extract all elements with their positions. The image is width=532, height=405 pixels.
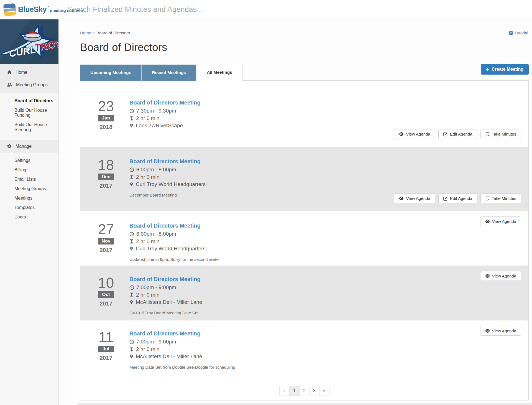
- breadcrumb-home-link[interactable]: Home: [80, 30, 91, 35]
- clock-icon: [129, 232, 134, 236]
- sidebar-item-meeting-groups-manage[interactable]: Meeting Groups: [0, 184, 58, 193]
- meeting-month-badge: Jul: [98, 346, 114, 352]
- meeting-row: 11 Jul 2017 Board of Directors Meeting 7…: [80, 320, 528, 376]
- hourglass-icon: [129, 347, 134, 351]
- logo-stripe-yellow: [4, 11, 16, 16]
- hourglass-icon: [129, 239, 134, 244]
- meeting-actions: View Agenda: [480, 271, 521, 281]
- pagination-page-3[interactable]: 3: [309, 386, 319, 396]
- tabs: Upcoming Meetings Recent Meetings All Me…: [59, 65, 532, 81]
- meeting-row: 27 Nov 2017 Board of Directors Meeting 6…: [80, 211, 528, 266]
- meeting-details: Board of Directors Meeting 7:00pm - 9:00…: [129, 330, 528, 376]
- meeting-location-line: McAllisters Deli - Miller Lane: [129, 299, 528, 306]
- breadcrumb: Home›Board of Directors: [80, 30, 130, 35]
- note-icon: [485, 196, 490, 201]
- view-agenda-label: View Agenda: [406, 132, 430, 136]
- meeting-month-badge: Nov: [98, 238, 114, 244]
- meeting-date: 27 Nov 2017: [91, 223, 121, 266]
- edit-agenda-label: Edit Agenda: [450, 196, 472, 201]
- meeting-location-line: Lock 27/RiverScape: [129, 122, 528, 129]
- location-icon: [129, 123, 134, 128]
- tab-recent-meetings[interactable]: Recent Meetings: [142, 65, 196, 81]
- edit-agenda-label: Edit Agenda: [450, 132, 472, 136]
- meeting-details: Board of Directors Meeting 7:30pm - 9:30…: [129, 100, 528, 147]
- tutorial-link[interactable]: ? Tutorial: [509, 30, 528, 35]
- meeting-actions: View Agenda: [480, 326, 521, 336]
- tab-all-meetings[interactable]: All Meetings: [196, 64, 242, 81]
- pagination-page-2[interactable]: 2: [299, 386, 310, 396]
- meeting-duration-line: 2 hr 0 min: [129, 346, 528, 353]
- view-agenda-button[interactable]: View Agenda: [480, 326, 521, 336]
- clock-icon: [129, 109, 134, 113]
- brand-trademark: ™: [47, 5, 49, 8]
- meeting-month-badge: Jan: [98, 115, 114, 121]
- sidebar-item-users[interactable]: Users: [0, 212, 58, 222]
- meeting-time-line: 7:30pm - 9:30pm: [129, 107, 528, 115]
- create-meeting-button[interactable]: + Create Meeting: [481, 64, 529, 75]
- sidebar-item-settings[interactable]: Settings: [0, 156, 58, 165]
- sidebar-item-meetings[interactable]: Meetings: [0, 193, 58, 203]
- take-minutes-label: Take Minutes: [492, 132, 516, 136]
- view-agenda-button[interactable]: View Agenda: [480, 271, 521, 281]
- meeting-day: 18: [91, 158, 121, 172]
- meeting-time: 7:00pm - 9:00pm: [136, 284, 176, 291]
- curltroy-logo-image: CURL TROY: [0, 19, 58, 64]
- eye-icon: [485, 220, 490, 223]
- sidebar-item-build-our-house-steering[interactable]: Build Our House Steering: [0, 120, 58, 134]
- meeting-year: 2017: [91, 247, 121, 253]
- meeting-actions: View Agenda: [480, 216, 521, 226]
- meeting-duration: 2 hr 0 min: [136, 238, 159, 245]
- view-agenda-button[interactable]: View Agenda: [394, 129, 435, 139]
- tab-upcoming-meetings[interactable]: Upcoming Meetings: [80, 65, 142, 81]
- edit-icon: [443, 132, 448, 136]
- sidebar-item-templates[interactable]: Templates: [0, 203, 58, 212]
- meeting-month-badge: Dec: [98, 174, 114, 180]
- pagination-next[interactable]: »: [319, 386, 329, 396]
- sidebar-item-build-our-house-funding[interactable]: Build Our House Funding: [0, 106, 58, 120]
- meeting-time-line: 6:00pm - 8:00pm: [129, 166, 528, 174]
- pagination: « 1 2 3 »: [80, 386, 528, 396]
- sidebar-item-board-of-directors[interactable]: Board of Directors: [0, 96, 58, 106]
- meeting-description: Meeting Date Set from Doodle See Doodle …: [129, 365, 528, 370]
- sidebar: CURL TROY Home Meeting Groups Board of D…: [0, 19, 59, 405]
- view-agenda-label: View Agenda: [492, 274, 516, 278]
- pagination-page-1[interactable]: 1: [289, 386, 300, 396]
- take-minutes-button[interactable]: Take Minutes: [480, 129, 521, 139]
- eye-icon: [485, 274, 490, 278]
- view-agenda-label: View Agenda: [492, 328, 516, 333]
- plus-icon: +: [486, 66, 489, 72]
- edit-agenda-button[interactable]: Edit Agenda: [438, 193, 477, 203]
- sidebar-item-billing[interactable]: Billing: [0, 165, 58, 175]
- meeting-duration: 2 hr 0 min: [136, 174, 159, 181]
- meeting-title-link[interactable]: Board of Directors Meeting: [129, 276, 201, 282]
- meeting-row: 18 Dec 2017 Board of Directors Meeting 6…: [80, 147, 528, 211]
- search-input[interactable]: [67, 5, 532, 14]
- meeting-title-link[interactable]: Board of Directors Meeting: [129, 158, 201, 165]
- question-icon: ?: [509, 31, 513, 35]
- hourglass-icon: [129, 292, 134, 297]
- view-agenda-button[interactable]: View Agenda: [480, 216, 521, 226]
- breadcrumb-separator: ›: [93, 30, 94, 35]
- location-icon: [129, 246, 134, 251]
- clock-icon: [129, 167, 134, 172]
- view-agenda-button[interactable]: View Agenda: [394, 193, 435, 203]
- meeting-title-link[interactable]: Board of Directors Meeting: [129, 330, 201, 337]
- meeting-actions: View Agenda Edit Agenda Take Minutes: [394, 129, 521, 139]
- meeting-date: 23 Jan 2018: [91, 100, 121, 147]
- sidebar-item-manage[interactable]: Manage: [0, 140, 58, 152]
- edit-agenda-button[interactable]: Edit Agenda: [438, 129, 477, 139]
- breadcrumb-current: Board of Directors: [96, 30, 130, 35]
- sidebar-item-home[interactable]: Home: [0, 66, 58, 78]
- meeting-duration-line: 2 hr 0 min: [129, 291, 528, 299]
- meeting-title-link[interactable]: Board of Directors Meeting: [129, 223, 201, 229]
- meeting-title-link[interactable]: Board of Directors Meeting: [129, 100, 201, 106]
- pagination-prev[interactable]: «: [279, 386, 290, 396]
- edit-icon: [443, 196, 448, 201]
- meeting-duration: 2 hr 0 min: [136, 291, 159, 299]
- sidebar-item-email-lists[interactable]: Email Lists: [0, 175, 58, 184]
- take-minutes-button[interactable]: Take Minutes: [480, 193, 521, 203]
- sidebar-item-meeting-groups[interactable]: Meeting Groups: [0, 78, 58, 91]
- location-icon: [129, 182, 134, 187]
- meetings-panel: 23 Jan 2018 Board of Directors Meeting 7…: [80, 80, 529, 400]
- meeting-time: 7:30pm - 9:30pm: [136, 107, 176, 115]
